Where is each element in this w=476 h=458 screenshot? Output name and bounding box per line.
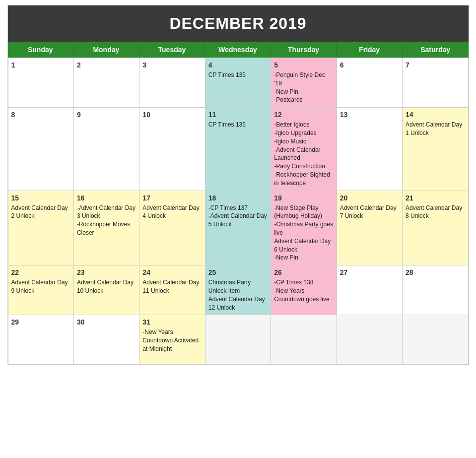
cell-content: -Better Igloos -Igloo Upgrades -Igloo Mu… xyxy=(274,121,333,187)
cell-content: CP Times 135 xyxy=(208,71,268,79)
cell-date: 28 xyxy=(406,268,465,276)
day-header-friday: Friday xyxy=(337,42,403,58)
calendar-cell: 4CP Times 135 xyxy=(205,58,271,108)
cell-date: 30 xyxy=(77,318,136,326)
cell-content: Advent Calendar Day 10 Unlock xyxy=(77,278,136,295)
calendar-cell: 30 xyxy=(74,315,139,365)
cell-date: 1 xyxy=(11,61,70,69)
calendar-cell xyxy=(403,315,468,365)
calendar-cell: 5-Penguin Style Dec '19 -New Pin -Postca… xyxy=(271,58,337,108)
calendar-cell: 7 xyxy=(403,58,468,108)
calendar-cell: 20Advent Calendar Day 7 Unlock xyxy=(337,191,403,266)
cell-date: 27 xyxy=(340,268,399,276)
calendar-cell: 9 xyxy=(74,108,139,191)
cell-date: 20 xyxy=(340,194,399,202)
cell-date: 22 xyxy=(11,268,70,276)
cell-date: 21 xyxy=(406,194,465,202)
cell-content: Advent Calendar Day 4 Unlock xyxy=(142,204,202,221)
cell-date: 8 xyxy=(11,111,70,119)
cell-date: 4 xyxy=(208,61,268,69)
calendar-cell xyxy=(271,315,337,365)
calendar-cell: 17Advent Calendar Day 4 Unlock xyxy=(139,191,205,266)
calendar-cell: 13 xyxy=(337,108,403,191)
cell-date: 26 xyxy=(274,268,333,276)
cell-date: 11 xyxy=(208,111,268,119)
cell-content: CP Times 136 xyxy=(208,121,268,129)
day-header-wednesday: Wednesday xyxy=(205,42,271,58)
cell-date: 10 xyxy=(142,111,202,119)
calendar-cell: 1 xyxy=(8,58,74,108)
calendar-grid: 1234CP Times 1355-Penguin Style Dec '19 … xyxy=(8,58,469,365)
cell-date: 31 xyxy=(142,318,202,326)
calendar-cell: 8 xyxy=(8,108,74,191)
cell-date: 16 xyxy=(77,194,136,202)
day-header-monday: Monday xyxy=(73,42,139,58)
calendar-cell: 15Advent Calendar Day 2 Unlock xyxy=(8,191,74,266)
cell-content: Advent Calendar Day 11 Unlock xyxy=(142,278,202,295)
calendar-cell: 11CP Times 136 xyxy=(205,108,271,191)
calendar-cell: 31-New Years Countdown Activated at Midn… xyxy=(139,315,205,365)
calendar-cell: 3 xyxy=(139,58,205,108)
cell-content: Advent Calendar Day 2 Unlock xyxy=(11,204,70,221)
cell-content: Advent Calendar Day 8 Unlock xyxy=(406,204,465,221)
calendar-cell: 12-Better Igloos -Igloo Upgrades -Igloo … xyxy=(271,108,337,191)
cell-date: 7 xyxy=(406,61,465,69)
cell-date: 15 xyxy=(11,194,70,202)
cell-date: 3 xyxy=(142,61,202,69)
calendar-cell: 29 xyxy=(8,315,74,365)
calendar-cell: 25Christmas Party Unlock Item Advent Cal… xyxy=(205,265,271,315)
calendar-cell: 16-Advent Calendar Day 3 Unlock -Rockhop… xyxy=(74,191,139,266)
cell-date: 29 xyxy=(11,318,70,326)
cell-content: -CP Times 137 -Advent Calendar Day 5 Unl… xyxy=(208,204,268,229)
calendar-cell xyxy=(337,315,403,365)
cell-date: 17 xyxy=(142,194,202,202)
cell-date: 13 xyxy=(340,111,399,119)
calendar-cell: 19-New Stage Play (Humbug Holiday) -Chri… xyxy=(271,191,337,266)
calendar-cell: 10 xyxy=(139,108,205,191)
calendar-cell: 22Advent Calendar Day 9 Unlock xyxy=(8,265,74,315)
day-header-sunday: Sunday xyxy=(8,42,74,58)
cell-date: 23 xyxy=(77,268,136,276)
calendar-cell: 23Advent Calendar Day 10 Unlock xyxy=(74,265,139,315)
cell-date: 9 xyxy=(77,111,136,119)
calendar-cell: 2 xyxy=(74,58,139,108)
cell-date: 18 xyxy=(208,194,268,202)
cell-date: 5 xyxy=(274,61,333,69)
cell-content: -New Stage Play (Humbug Holiday) -Christ… xyxy=(274,204,333,262)
day-header-thursday: Thursday xyxy=(271,42,337,58)
cell-date: 2 xyxy=(77,61,136,69)
calendar-cell: 26-CP Times 138 -New Years Countdown goe… xyxy=(271,265,337,315)
cell-content: Advent Calendar Day 1 Unlock xyxy=(406,121,465,137)
calendar-cell: 28 xyxy=(403,265,468,315)
calendar-cell: 6 xyxy=(337,58,403,108)
cell-date: 6 xyxy=(340,61,399,69)
calendar-cell: 18-CP Times 137 -Advent Calendar Day 5 U… xyxy=(205,191,271,266)
day-headers-row: SundayMondayTuesdayWednesdayThursdayFrid… xyxy=(8,42,469,58)
cell-date: 19 xyxy=(274,194,333,202)
calendar-container: DECEMBER 2019 SundayMondayTuesdayWednesd… xyxy=(7,5,469,365)
cell-date: 12 xyxy=(274,111,333,119)
calendar-cell: 14Advent Calendar Day 1 Unlock xyxy=(403,108,468,191)
cell-content: Christmas Party Unlock Item Advent Calen… xyxy=(208,278,268,312)
day-header-saturday: Saturday xyxy=(403,42,469,58)
cell-content: -Penguin Style Dec '19 -New Pin -Postcar… xyxy=(274,71,333,104)
cell-date: 24 xyxy=(142,268,202,276)
cell-content: Advent Calendar Day 7 Unlock xyxy=(340,204,399,221)
calendar-cell: 27 xyxy=(337,265,403,315)
cell-content: Advent Calendar Day 9 Unlock xyxy=(11,278,70,295)
cell-date: 14 xyxy=(406,111,465,119)
day-header-tuesday: Tuesday xyxy=(139,42,205,58)
calendar-cell: 24Advent Calendar Day 11 Unlock xyxy=(139,265,205,315)
calendar-cell: 21Advent Calendar Day 8 Unlock xyxy=(403,191,468,266)
cell-content: -Advent Calendar Day 3 Unlock -Rockhoppe… xyxy=(77,204,136,237)
cell-content: -New Years Countdown Activated at Midnig… xyxy=(142,328,202,353)
cell-content: -CP Times 138 -New Years Countdown goes … xyxy=(274,278,333,303)
calendar-cell xyxy=(205,315,271,365)
cell-date: 25 xyxy=(208,268,268,276)
calendar-title: DECEMBER 2019 xyxy=(8,5,469,42)
